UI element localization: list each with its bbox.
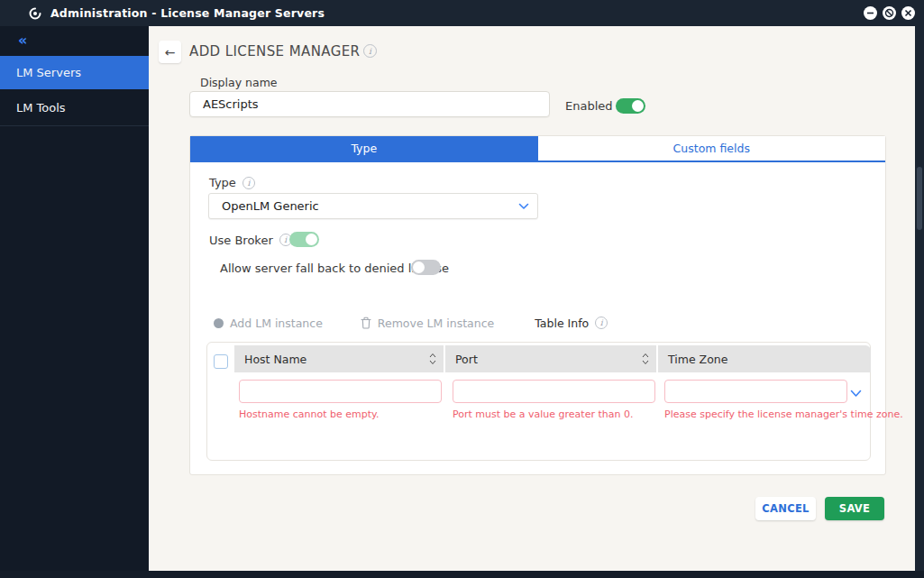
sidebar-collapse-button[interactable]: « xyxy=(18,32,25,49)
type-select-value: OpenLM Generic xyxy=(222,199,510,213)
maximize-disabled-icon xyxy=(884,8,894,18)
tab-type[interactable]: Type xyxy=(190,136,538,161)
sort-icon xyxy=(429,353,436,365)
host-name-error: Hostname cannot be empty. xyxy=(239,408,379,420)
use-broker-row: Use Broker i xyxy=(209,231,292,249)
column-label: Port xyxy=(455,353,642,366)
toggle-knob xyxy=(413,261,425,273)
tab-label: Type xyxy=(351,142,377,155)
bottom-frame xyxy=(0,571,924,578)
toggle-knob xyxy=(306,234,317,245)
sidebar-item-lm-tools[interactable]: LM Tools xyxy=(0,89,149,126)
minimize-button[interactable] xyxy=(864,6,877,20)
type-label: Type xyxy=(209,176,236,189)
add-lm-instance-button[interactable]: Add LM instance xyxy=(214,317,323,330)
app-logo-icon xyxy=(28,6,42,21)
trash-icon xyxy=(361,317,371,329)
main-content: ← ADD LICENSE MANAGER i Display name Ena… xyxy=(149,26,915,571)
back-button[interactable]: ← xyxy=(159,41,181,63)
tab-bar: Type Custom fields xyxy=(190,136,885,162)
timezone-chevron xyxy=(850,384,862,401)
display-name-input[interactable] xyxy=(189,91,550,117)
tab-label: Custom fields xyxy=(673,142,750,155)
port-error: Port must be a value greater than 0. xyxy=(453,408,633,420)
column-label: Host Name xyxy=(244,353,429,366)
table-header: Host Name Port Tim xyxy=(207,345,870,372)
scrollbar-thumb[interactable] xyxy=(917,167,922,230)
cancel-label: CANCEL xyxy=(762,502,809,515)
close-icon xyxy=(904,9,912,17)
sidebar-item-label: LM Tools xyxy=(16,101,66,115)
license-manager-card: Type Custom fields Type i OpenLM Generic xyxy=(189,135,886,475)
tab-custom-fields[interactable]: Custom fields xyxy=(538,136,886,161)
sort-icon xyxy=(642,353,649,365)
window-title: Administration - License Manager Servers xyxy=(50,6,325,20)
close-button[interactable] xyxy=(901,6,915,20)
timezone-error: Please specify the license manager's tim… xyxy=(664,408,903,420)
timezone-select[interactable] xyxy=(664,380,847,403)
window-titlebar: Administration - License Manager Servers xyxy=(0,0,924,26)
column-label: Time Zone xyxy=(668,353,864,366)
add-icon xyxy=(214,318,224,328)
maximize-button[interactable] xyxy=(883,6,896,20)
port-input[interactable] xyxy=(453,380,655,403)
enabled-toggle[interactable] xyxy=(616,98,645,114)
app-window: Administration - License Manager Servers xyxy=(0,0,924,578)
column-header-port[interactable]: Port xyxy=(445,345,656,372)
table-info-icon[interactable]: i xyxy=(595,317,608,329)
table-toolbar: Add LM instance Remove LM instance Table… xyxy=(214,316,608,330)
sidebar-item-lm-servers[interactable]: LM Servers xyxy=(0,56,149,89)
display-name-label: Display name xyxy=(200,76,278,89)
remove-lm-instance-button[interactable]: Remove LM instance xyxy=(361,317,494,330)
cancel-button[interactable]: CANCEL xyxy=(755,497,816,520)
window-controls xyxy=(864,6,915,20)
page-title-info-icon[interactable]: i xyxy=(363,44,377,58)
host-name-input[interactable] xyxy=(239,380,442,403)
back-icon: ← xyxy=(165,45,176,60)
sidebar: « LM Servers LM Tools xyxy=(0,26,149,571)
chevron-down-icon[interactable] xyxy=(850,390,862,398)
lm-instance-table: Host Name Port Tim xyxy=(206,342,871,461)
type-label-row: Type i xyxy=(209,176,255,189)
save-label: SAVE xyxy=(839,502,870,515)
type-info-icon[interactable]: i xyxy=(242,177,255,189)
table-info: Table Info i xyxy=(535,317,608,330)
use-broker-label: Use Broker xyxy=(209,234,273,247)
enabled-label: Enabled xyxy=(565,99,613,113)
type-select[interactable]: OpenLM Generic xyxy=(208,193,538,219)
right-frame xyxy=(915,26,924,571)
column-header-host-name[interactable]: Host Name xyxy=(234,345,444,372)
remove-lm-instance-label: Remove LM instance xyxy=(378,317,494,330)
minimize-icon xyxy=(866,9,874,17)
column-header-time-zone[interactable]: Time Zone xyxy=(658,345,871,372)
select-all-checkbox[interactable] xyxy=(214,354,228,369)
fallback-toggle[interactable] xyxy=(411,260,441,275)
sidebar-item-label: LM Servers xyxy=(16,66,81,79)
add-lm-instance-label: Add LM instance xyxy=(230,317,323,330)
page-title: ADD LICENSE MANAGER xyxy=(189,43,360,60)
toggle-knob xyxy=(632,100,644,112)
save-button[interactable]: SAVE xyxy=(825,497,884,520)
chevron-down-icon xyxy=(518,203,529,210)
table-info-label: Table Info xyxy=(535,317,589,330)
use-broker-toggle[interactable] xyxy=(289,232,319,247)
